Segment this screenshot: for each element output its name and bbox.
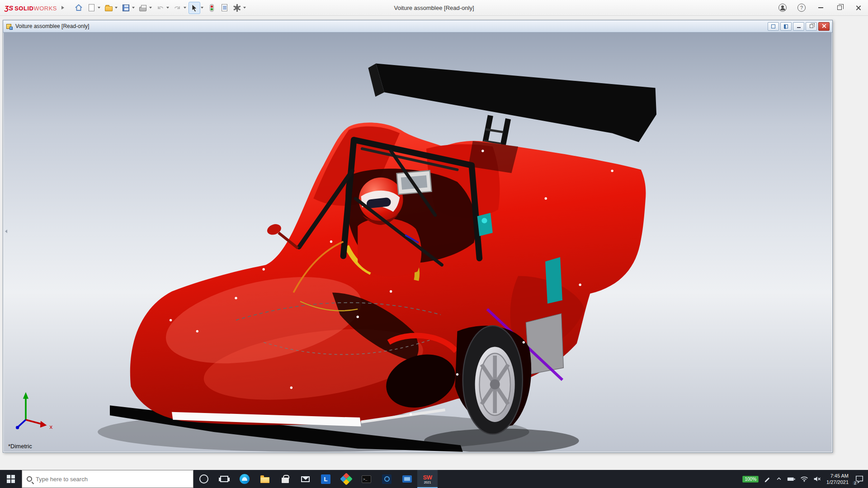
file-explorer-button[interactable] bbox=[255, 470, 275, 488]
save-icon bbox=[123, 5, 129, 11]
search-icon bbox=[27, 476, 32, 482]
account-button[interactable] bbox=[773, 0, 792, 15]
save-button[interactable] bbox=[120, 2, 132, 14]
system-tray: 100% 7:45 AM 1/27/2021 2 bbox=[742, 470, 868, 488]
minimize-button[interactable] bbox=[811, 0, 830, 15]
tile-icon bbox=[771, 24, 775, 28]
help-button[interactable]: ? bbox=[792, 0, 811, 15]
maximize-button[interactable] bbox=[830, 0, 849, 15]
search-input[interactable] bbox=[36, 476, 189, 483]
file-properties-button[interactable] bbox=[218, 2, 230, 14]
file-properties-icon bbox=[222, 4, 227, 11]
select-cursor-icon bbox=[191, 4, 198, 12]
assembly-document-icon bbox=[6, 23, 13, 30]
cortana-icon bbox=[199, 474, 208, 483]
app-l-icon: L bbox=[321, 474, 330, 484]
action-center-button[interactable]: 2 bbox=[854, 473, 865, 485]
split-icon bbox=[784, 24, 788, 28]
network-tray-button[interactable] bbox=[800, 476, 808, 482]
windows-taskbar: L >_ SW 2021 100% 7:45 AM 1/27/2021 bbox=[0, 470, 868, 488]
colorful-app-icon bbox=[340, 473, 352, 485]
solidworks-brand: ƷS SOLID WORKS bbox=[0, 4, 60, 12]
wifi-icon bbox=[800, 476, 808, 482]
close-button[interactable] bbox=[849, 0, 868, 15]
document-titlebar[interactable]: Voiture assomblee [Read-only] bbox=[3, 20, 832, 33]
panel-app-button[interactable] bbox=[397, 470, 417, 488]
mdi-client-area: Voiture assomblee [Read-only] bbox=[0, 16, 868, 470]
battery-percent-badge[interactable]: 100% bbox=[742, 476, 759, 483]
brand-solid: SOLID bbox=[14, 5, 33, 12]
home-icon bbox=[75, 4, 83, 12]
doc-restore-icon bbox=[810, 24, 813, 28]
assembly-3d-view[interactable]: x bbox=[4, 33, 832, 452]
redo-button[interactable] bbox=[171, 2, 183, 14]
task-view-button[interactable] bbox=[214, 470, 234, 488]
taskbar-clock[interactable]: 7:45 AM 1/27/2021 bbox=[826, 473, 849, 486]
solidworks-taskbar-button[interactable]: SW 2021 bbox=[417, 470, 438, 488]
doc-split-button[interactable] bbox=[780, 22, 792, 31]
triad-x-label: x bbox=[50, 423, 53, 430]
restore-icon bbox=[837, 5, 842, 10]
app-window-controls: ? bbox=[773, 0, 868, 15]
store-button[interactable] bbox=[275, 470, 295, 488]
ds-logo-icon: ƷS bbox=[5, 4, 13, 12]
select-tool-button[interactable] bbox=[189, 2, 200, 14]
undo-button[interactable] bbox=[154, 2, 166, 14]
home-button[interactable] bbox=[73, 2, 85, 14]
mail-button[interactable] bbox=[295, 470, 316, 488]
redo-dropdown-caret[interactable] bbox=[184, 7, 186, 9]
cortana-button[interactable] bbox=[193, 470, 214, 488]
volume-tray-button[interactable] bbox=[813, 476, 821, 482]
orientation-triad: x bbox=[16, 392, 53, 430]
doc-tile-button[interactable] bbox=[768, 22, 779, 31]
panel-app-icon bbox=[402, 475, 412, 483]
open-button[interactable] bbox=[103, 2, 114, 14]
graphics-viewport[interactable]: x *Dimetric bbox=[4, 33, 832, 452]
store-icon bbox=[282, 478, 289, 483]
view-orientation-label: *Dimetric bbox=[8, 443, 32, 450]
doc-close-button[interactable] bbox=[818, 22, 830, 31]
gear-icon bbox=[234, 5, 241, 11]
open-dropdown-caret[interactable] bbox=[115, 7, 118, 9]
start-button[interactable] bbox=[0, 470, 22, 488]
new-dropdown-caret[interactable] bbox=[98, 7, 100, 9]
circle-app-button[interactable] bbox=[377, 470, 397, 488]
windows-logo-icon bbox=[7, 475, 15, 483]
file-explorer-icon bbox=[260, 477, 269, 483]
rebuild-stoplight-icon bbox=[210, 4, 214, 12]
solidworks-year-label: 2021 bbox=[424, 481, 431, 484]
doc-minimize-button[interactable] bbox=[793, 22, 804, 31]
menu-expand-icon[interactable] bbox=[61, 6, 64, 9]
print-button[interactable] bbox=[137, 2, 149, 14]
select-dropdown-caret[interactable] bbox=[201, 7, 203, 9]
print-dropdown-caret[interactable] bbox=[149, 7, 152, 9]
app-l-button[interactable]: L bbox=[316, 470, 336, 488]
new-document-button[interactable] bbox=[85, 2, 97, 14]
clock-time: 7:45 AM bbox=[826, 473, 849, 479]
colorful-app-button[interactable] bbox=[336, 470, 356, 488]
save-dropdown-caret[interactable] bbox=[132, 7, 135, 9]
edge-button[interactable] bbox=[234, 470, 255, 488]
account-icon bbox=[778, 4, 787, 12]
battery-tray-button[interactable] bbox=[787, 476, 795, 482]
redo-icon bbox=[174, 5, 181, 11]
chevron-left-icon bbox=[5, 230, 7, 233]
options-dropdown-caret[interactable] bbox=[243, 7, 246, 9]
speaker-muted-icon bbox=[813, 476, 821, 482]
terminal-button[interactable]: >_ bbox=[356, 470, 377, 488]
battery-icon bbox=[787, 476, 795, 482]
tray-overflow-button[interactable] bbox=[776, 476, 782, 482]
undo-dropdown-caret[interactable] bbox=[166, 7, 169, 9]
options-button[interactable] bbox=[231, 2, 243, 14]
document-title: Voiture assomblee [Read-only] bbox=[15, 23, 89, 29]
minimize-icon bbox=[818, 7, 823, 8]
pen-icon bbox=[764, 475, 771, 483]
rebuild-button[interactable] bbox=[206, 2, 217, 14]
feature-panel-collapse-arrow[interactable] bbox=[4, 225, 8, 237]
front-right-wheel[interactable] bbox=[455, 326, 532, 434]
taskbar-search[interactable] bbox=[22, 470, 193, 488]
document-window-controls bbox=[768, 22, 830, 31]
pen-tray-button[interactable] bbox=[764, 475, 771, 483]
doc-restore-button[interactable] bbox=[806, 22, 817, 31]
doc-minimize-icon bbox=[797, 27, 801, 28]
